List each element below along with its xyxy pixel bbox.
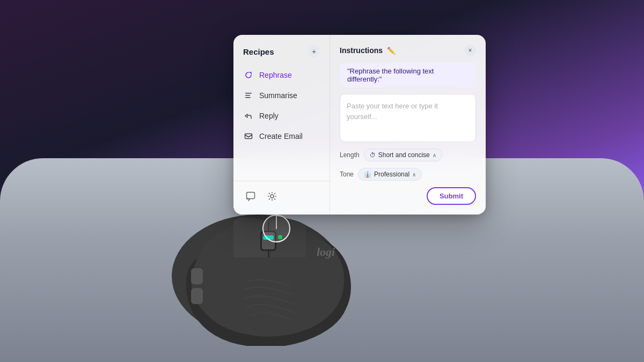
svg-text:logi: logi	[317, 245, 335, 258]
recipe-item-rephrase[interactable]: Rephrase	[233, 65, 330, 85]
popup-panel: Recipes + Rephrase Summarise	[233, 35, 486, 215]
recipes-header: Recipes +	[233, 46, 330, 65]
svg-rect-4	[191, 268, 203, 284]
summarise-icon	[243, 90, 254, 101]
instructions-header: Instructions ✏️ ×	[340, 45, 476, 56]
close-button[interactable]: ×	[464, 45, 476, 56]
submit-row: Submit	[340, 187, 476, 205]
recipe-label-reply: Reply	[259, 112, 279, 120]
tone-icon: 👔	[364, 171, 371, 178]
recipes-title: Recipes	[243, 47, 274, 56]
length-value: Short and concise	[378, 151, 430, 159]
svg-rect-14	[247, 193, 255, 199]
instruction-quote: "Rephrase the following text differently…	[340, 63, 476, 87]
tone-option-row: Tone 👔 Professional ∧	[340, 168, 476, 181]
email-icon	[243, 131, 254, 142]
recipe-item-summarise[interactable]: Summarise	[233, 85, 330, 106]
svg-rect-5	[191, 288, 203, 304]
length-option-row: Length ⏱ Short and concise ∧	[340, 149, 476, 161]
reply-icon	[243, 110, 254, 121]
svg-rect-11	[245, 95, 250, 96]
recipes-panel: Recipes + Rephrase Summarise	[233, 35, 330, 215]
svg-rect-10	[245, 93, 252, 94]
recipe-item-reply[interactable]: Reply	[233, 106, 330, 126]
length-chevron-icon: ∧	[433, 152, 436, 158]
rephrase-icon	[243, 70, 254, 80]
tone-chevron-icon: ∧	[412, 172, 416, 178]
tone-value: Professional	[374, 171, 409, 178]
length-pill[interactable]: ⏱ Short and concise ∧	[364, 149, 442, 161]
settings-icon-button[interactable]	[265, 189, 280, 204]
length-label: Length	[340, 151, 360, 159]
add-recipe-button[interactable]: +	[308, 46, 320, 57]
recipe-label-summarise: Summarise	[259, 91, 297, 100]
text-input-placeholder: Paste your text here or type it yourself…	[347, 101, 469, 122]
tone-label: Tone	[340, 171, 354, 178]
connector-circle	[262, 215, 290, 242]
edit-icon[interactable]: ✏️	[387, 47, 396, 55]
recipe-label-create-email: Create Email	[259, 132, 303, 141]
submit-button[interactable]: Submit	[427, 187, 476, 205]
instructions-title-row: Instructions ✏️	[340, 46, 396, 55]
recipe-item-create-email[interactable]: Create Email	[233, 126, 330, 146]
tone-pill[interactable]: 👔 Professional ∧	[358, 168, 422, 181]
svg-rect-12	[245, 97, 251, 98]
chat-icon-button[interactable]	[243, 189, 258, 204]
instructions-title: Instructions	[340, 46, 383, 55]
length-icon: ⏱	[370, 152, 376, 158]
instructions-panel: Instructions ✏️ × "Rephrase the followin…	[330, 35, 486, 215]
recipe-label-rephrase: Rephrase	[259, 71, 292, 79]
recipes-panel-bottom	[233, 181, 330, 204]
svg-rect-13	[245, 134, 252, 139]
text-input-area[interactable]: Paste your text here or type it yourself…	[340, 94, 476, 142]
svg-point-15	[270, 195, 274, 198]
